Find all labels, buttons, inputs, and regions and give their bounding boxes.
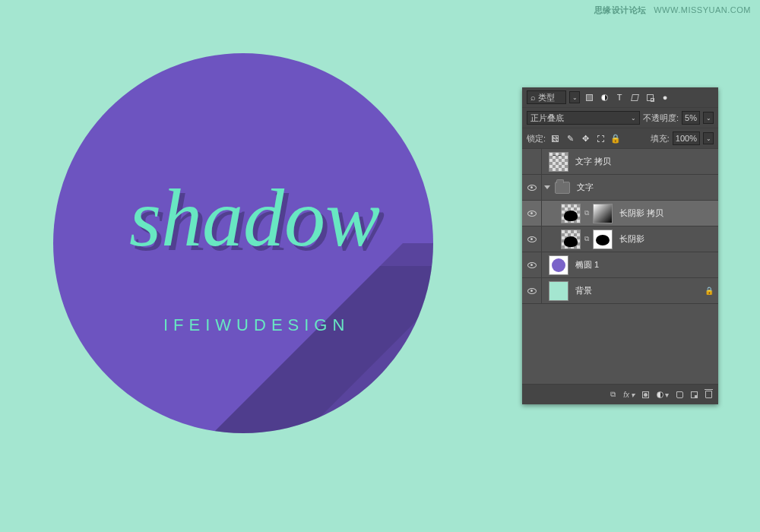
visibility-toggle[interactable] [522,252,542,277]
design-text: shadow [129,171,380,265]
adjustment-icon[interactable]: ▾ [657,391,669,399]
filter-pixel-icon[interactable] [583,91,595,103]
add-mask-icon[interactable] [642,391,649,398]
fill-value: 100% [676,134,697,143]
lock-brush-icon[interactable]: ✎ [564,132,576,144]
blend-row: 正片叠底 ⌄ 不透明度: 5% ⌄ [522,108,718,128]
lock-move-icon[interactable]: ✥ [579,132,591,144]
opacity-input[interactable]: 5% [682,111,700,125]
watermark-en: WWW.MISSYUAN.COM [654,5,751,14]
layers-panel: ⌕ 类型 ⌄ T ● 正片叠底 ⌄ 不透明度: 5% ⌄ 锁定: ✎ ✥ 🔒 填… [522,87,718,404]
layer-name: 文字 拷贝 [575,156,611,167]
layer-thumbnail[interactable] [561,204,581,223]
layer-thumbnail[interactable] [549,255,568,275]
layer-row[interactable]: ⌒⌒ 文字 拷贝 [522,149,718,175]
eye-icon [527,211,537,217]
filter-smart-icon[interactable] [644,91,656,103]
opacity-label: 不透明度: [643,112,679,124]
opacity-dropdown-arrow[interactable]: ⌄ [703,112,714,124]
layer-thumbnail[interactable] [549,281,568,301]
lock-all-icon[interactable]: 🔒 [610,132,622,144]
blend-mode-dropdown[interactable]: 正片叠底 ⌄ [527,111,640,125]
filter-text: 类型 [538,92,555,103]
layer-row[interactable]: ⧉ 长阴影 [522,226,718,252]
layer-row[interactable]: 背景 🔒 [522,278,718,304]
new-group-icon[interactable] [676,391,683,398]
lock-row: 锁定: ✎ ✥ 🔒 填充: 100% ⌄ [522,128,718,149]
mask-link-icon[interactable]: ⧉ [583,235,591,243]
layer-filter-dropdown[interactable]: ⌕ 类型 [527,90,566,104]
lock-artboard-icon[interactable] [594,132,606,144]
layer-name: 椭圆 1 [575,259,599,271]
layers-list: ⌒⌒ 文字 拷贝 文字 ⧉ 长阴影 拷贝 ⧉ 长阴影 [522,149,718,309]
trash-icon[interactable] [705,391,712,398]
visibility-toggle[interactable] [522,149,542,174]
chevron-down-icon: ⌄ [631,115,636,122]
design-subtitle: IFEIWUDESIGN [163,315,350,335]
link-layers-icon[interactable]: ⧉ [610,390,616,399]
lock-label: 锁定: [527,133,546,144]
long-shadow-shape-2 [53,266,433,433]
layer-row[interactable]: 文字 [522,175,718,201]
panel-footer: ⧉ fx▾ ▾ [522,385,718,404]
layer-name: 背景 [575,285,592,296]
filter-dropdown-arrow[interactable]: ⌄ [569,91,580,103]
search-icon: ⌕ [530,93,536,102]
eye-icon [527,185,537,191]
fx-icon[interactable]: fx▾ [623,391,635,399]
filter-adjust-icon[interactable] [598,91,610,103]
filter-row: ⌕ 类型 ⌄ T ● [522,87,718,108]
layer-row[interactable]: ⧉ 长阴影 拷贝 [522,201,718,226]
panel-empty-area [522,309,718,385]
lock-icon: 🔒 [705,287,714,295]
design-circle: shadow shadow IFEIWUDESIGN [53,53,433,433]
mask-link-icon[interactable]: ⧉ [583,209,591,217]
blend-mode-value: 正片叠底 [530,112,564,124]
visibility-toggle[interactable] [522,201,542,226]
watermark: 思缘设计论坛 WWW.MISSYUAN.COM [594,5,751,16]
folder-icon [555,182,570,194]
fill-dropdown-arrow[interactable]: ⌄ [703,132,714,144]
filter-text-icon[interactable]: T [613,91,625,103]
layer-thumbnail[interactable]: ⌒⌒ [549,152,568,172]
eye-icon [527,288,537,294]
visibility-toggle[interactable] [522,175,542,200]
expand-arrow-icon[interactable] [544,185,550,189]
filter-toggle-icon[interactable]: ● [659,91,671,103]
layer-mask-thumbnail[interactable] [593,230,613,249]
visibility-toggle[interactable] [522,226,542,252]
visibility-toggle[interactable] [522,278,542,303]
eye-icon [527,236,537,242]
lock-transparency-icon[interactable] [549,132,561,144]
fill-label: 填充: [651,133,670,144]
layer-thumbnail[interactable] [561,230,581,249]
layer-name: 长阴影 [619,233,644,245]
filter-shape-icon[interactable] [629,91,641,103]
eye-icon [527,262,537,268]
layer-name: 文字 [577,182,594,193]
watermark-cn: 思缘设计论坛 [594,5,647,14]
new-layer-icon[interactable] [691,391,698,398]
opacity-value: 5% [685,113,697,122]
layer-mask-thumbnail[interactable] [593,204,613,223]
layer-name: 长阴影 拷贝 [619,207,663,219]
fill-input[interactable]: 100% [673,131,700,145]
layer-row[interactable]: 椭圆 1 [522,252,718,278]
